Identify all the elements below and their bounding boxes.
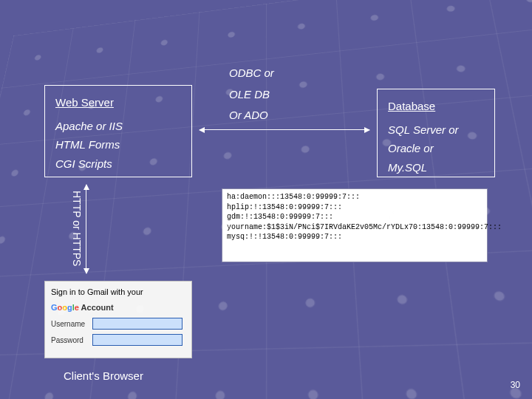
page-number: 30 [511, 380, 520, 390]
web-server-line-forms: HTML Forms [55, 135, 181, 154]
web-server-title: Web Server [55, 93, 181, 112]
shadow-file-panel: ha:daemon:::13548:0:99999:7::: hplip:!:1… [222, 188, 488, 262]
arrow-webserver-database [200, 129, 369, 130]
middleware-ado: Or ADO [229, 105, 274, 126]
client-browser-label: Client's Browser [64, 369, 143, 382]
web-server-line-apache: Apache or IIS [55, 117, 181, 136]
database-box: Database SQL Server or Oracle or My.SQL [377, 89, 495, 177]
google-logo: Google [51, 301, 79, 314]
username-label: Username [51, 318, 89, 330]
database-line-oracle: Oracle or [388, 139, 484, 158]
username-row: Username [51, 318, 185, 330]
database-line-sqlserver: SQL Server or [388, 120, 484, 140]
middleware-oledb: OLE DB [229, 84, 274, 106]
username-field[interactable] [92, 318, 183, 330]
web-server-line-cgi: CGI Scripts [55, 154, 181, 174]
login-brand-row: Google Account [51, 301, 185, 314]
password-field[interactable] [92, 334, 183, 346]
login-panel: Sign in to Gmail with your Google Accoun… [44, 281, 192, 358]
arrow-webserver-client [86, 185, 86, 273]
account-word: Account [79, 303, 114, 312]
web-server-box: Web Server Apache or IIS HTML Forms CGI … [44, 85, 192, 177]
middleware-labels: ODBC or OLE DB Or ADO [229, 63, 274, 126]
http-https-label: HTTP or HTTPS [71, 191, 83, 266]
login-title: Sign in to Gmail with your [51, 286, 185, 299]
database-title: Database [388, 97, 484, 116]
password-label: Password [51, 335, 89, 346]
slide-stage: Web Server Apache or IIS HTML Forms CGI … [0, 0, 532, 399]
password-row: Password [51, 334, 185, 346]
middleware-odbc: ODBC or [229, 63, 274, 84]
database-line-mysql: My.SQL [388, 158, 484, 177]
